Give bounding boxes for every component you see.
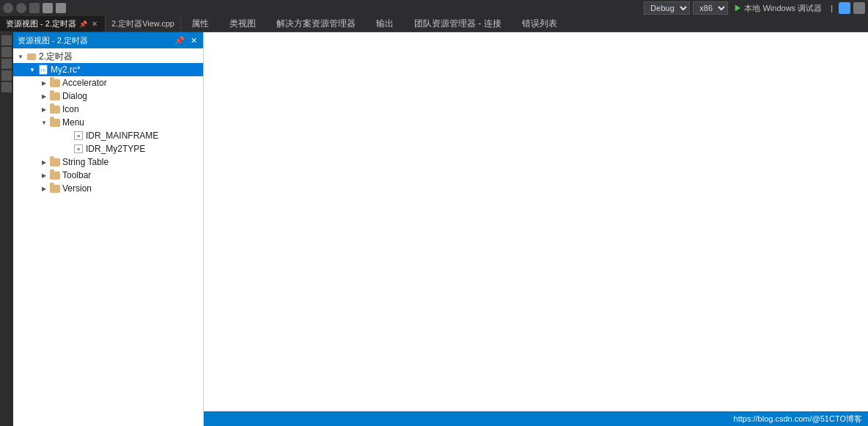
tab-resource-view-label: 资源视图 - 2.定时器 [6, 18, 76, 29]
tree-item-idr-my2type-label: IDR_My2TYPE [86, 144, 145, 154]
panel-title: 资源视图 - 2.定时器 [18, 35, 170, 46]
tab-view-cpp[interactable]: 2.定时器View.cpp [106, 16, 181, 32]
gutter-icon-5 [1, 82, 12, 92]
folder-version-icon [50, 183, 60, 194]
folder-toolbar-icon [50, 170, 60, 180]
status-url: https://blog.csdn.com/@51CTO博客 [734, 414, 862, 425]
tree-item-idr-my2type[interactable]: ≡ IDR_My2TYPE [13, 142, 203, 155]
tree-item-dialog-label: Dialog [62, 91, 87, 101]
left-gutter [0, 32, 13, 426]
folder-dialog-icon [50, 91, 60, 101]
tab-menu-class-view[interactable]: 类视图 [219, 16, 266, 32]
folder-string-table-icon [50, 157, 60, 167]
toolbar-square-btn3[interactable] [56, 3, 66, 13]
tab-menu-error-list[interactable]: 错误列表 [512, 16, 567, 32]
toggle-version[interactable] [38, 183, 50, 194]
tree-item-menu[interactable]: Menu [13, 116, 203, 129]
gutter-icon-1 [1, 35, 12, 45]
folder-accelerator-icon [50, 78, 60, 88]
resource-panel: 资源视图 - 2.定时器 📌 ✕ 2.定时器 rc My2.rc* [13, 32, 204, 426]
gutter-icon-3 [1, 59, 12, 69]
tree-item-string-table-label: String Table [62, 157, 108, 167]
tree-item-idr-mainframe[interactable]: ≡ IDR_MAINFRAME [13, 129, 203, 142]
toolbar-icon1[interactable] [839, 2, 850, 14]
tab-resource-view-close[interactable]: ✕ [90, 20, 99, 28]
svg-rect-1 [27, 54, 31, 56]
tab-bar: 资源视图 - 2.定时器 📌 ✕ 2.定时器View.cpp 属性 类视图 解决… [0, 16, 868, 32]
tab-menu-team-explorer[interactable]: 团队资源管理器 - 连接 [404, 16, 512, 32]
toggle-toolbar[interactable] [38, 169, 50, 181]
content-area: https://blog.csdn.com/@51CTO博客 [204, 32, 868, 426]
top-toolbar: Debug x86 ▶ 本地 Windows 调试器 | [0, 0, 868, 16]
tree-item-string-table[interactable]: String Table [13, 155, 203, 169]
tab-view-cpp-label: 2.定时器View.cpp [111, 18, 174, 29]
toolbar-separator: | [828, 4, 836, 12]
toolbar-square-btn[interactable] [29, 3, 40, 13]
tree-item-toolbar-label: Toolbar [62, 170, 91, 180]
tree-item-idr-mainframe-label: IDR_MAINFRAME [86, 131, 158, 141]
tree-item-dialog[interactable]: Dialog [13, 89, 203, 103]
tree-item-toolbar[interactable]: Toolbar [13, 169, 203, 182]
tab-menu-output[interactable]: 输出 [366, 16, 404, 32]
tree-view: 2.定时器 rc My2.rc* Accelerator [13, 48, 203, 426]
tree-item-my2rc-label: My2.rc* [51, 65, 81, 75]
panel-header: 资源视图 - 2.定时器 📌 ✕ [13, 32, 203, 48]
toolbar-circle-btn2[interactable] [16, 3, 26, 13]
menu-item-idr-my2type-icon: ≡ [73, 144, 84, 154]
panel-close-button[interactable]: ✕ [189, 36, 199, 45]
gutter-icon-2 [1, 47, 12, 57]
toggle-accelerator[interactable] [38, 77, 50, 89]
tab-menu-solution-explorer[interactable]: 解决方案资源管理器 [266, 16, 366, 32]
rc-file-icon: rc [38, 65, 48, 75]
tree-item-accelerator-label: Accelerator [62, 78, 107, 88]
main-layout: 资源视图 - 2.定时器 📌 ✕ 2.定时器 rc My2.rc* [0, 32, 868, 426]
toggle-my2rc[interactable] [26, 64, 38, 76]
toolbar-circle-btn[interactable] [3, 3, 13, 13]
tree-item-icon-label: Icon [62, 104, 79, 114]
folder-icon-icon [50, 104, 60, 114]
panel-pin-button[interactable]: 📌 [173, 36, 186, 45]
tree-item-version[interactable]: Version [13, 182, 203, 195]
tree-item-root[interactable]: 2.定时器 [13, 50, 203, 63]
toolbar-icon2[interactable] [853, 2, 865, 14]
tree-item-menu-label: Menu [62, 117, 84, 128]
tree-item-root-label: 2.定时器 [39, 51, 73, 63]
root-icon [26, 51, 37, 62]
tree-item-my2rc[interactable]: rc My2.rc* [13, 63, 203, 76]
platform-dropdown[interactable]: x86 [693, 1, 728, 15]
bottom-status: https://blog.csdn.com/@51CTO博客 [204, 411, 868, 426]
menu-item-idr-mainframe-icon: ≡ [73, 131, 84, 141]
toggle-root[interactable] [15, 51, 26, 62]
toggle-icon[interactable] [38, 103, 50, 115]
toggle-dialog[interactable] [38, 90, 50, 102]
toolbar-square-btn2[interactable] [43, 3, 53, 13]
tree-item-version-label: Version [62, 183, 92, 194]
debug-dropdown[interactable]: Debug [644, 1, 690, 15]
toggle-menu[interactable] [38, 117, 50, 128]
tree-item-icon[interactable]: Icon [13, 103, 203, 116]
gutter-icon-4 [1, 70, 12, 81]
toggle-string-table[interactable] [38, 156, 50, 168]
folder-menu-icon [50, 117, 60, 128]
tree-item-accelerator[interactable]: Accelerator [13, 76, 203, 89]
tab-resource-view[interactable]: 资源视图 - 2.定时器 📌 ✕ [0, 16, 106, 32]
tab-menu-properties[interactable]: 属性 [181, 16, 219, 32]
run-button[interactable]: ▶ 本地 Windows 调试器 [731, 3, 825, 14]
pin-icon[interactable]: 📌 [79, 21, 87, 28]
